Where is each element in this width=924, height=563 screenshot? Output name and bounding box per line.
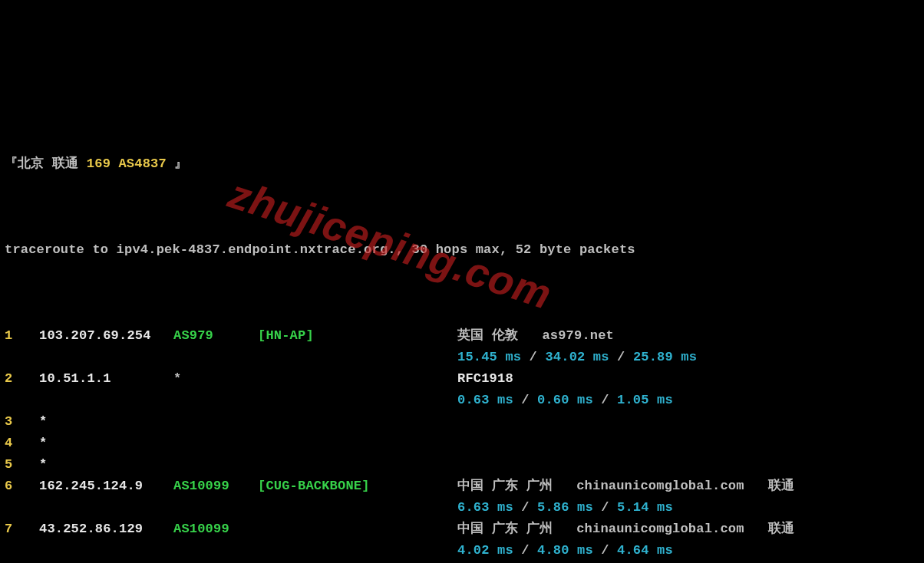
hop-network <box>258 519 457 540</box>
hop-location: 英国 伦敦 as979.net <box>457 325 919 347</box>
hop-ip: 103.207.69.254 <box>39 325 173 347</box>
hop-latency: 0.63 ms / 0.60 ms / 1.05 ms <box>5 390 919 411</box>
bracket-open: 『 <box>5 156 18 171</box>
latency-value: 5.14 ms <box>617 500 673 515</box>
hop-number: 1 <box>5 325 39 347</box>
hop-ip: * <box>39 411 173 433</box>
hop-asn <box>173 433 258 454</box>
latency-separator: / <box>609 350 633 364</box>
terminal-output: zhujiceping.com 『北京 联通 169 AS4837 』 trac… <box>0 64 924 563</box>
hop-latency: 6.63 ms / 5.86 ms / 5.14 ms <box>5 497 919 519</box>
latency-value: 6.63 ms <box>457 500 513 515</box>
hop-row: 210.51.1.1*RFC1918 <box>5 368 919 390</box>
latency-value: 0.63 ms <box>457 393 513 407</box>
header-code: 169 <box>87 156 111 171</box>
hop-row: 3* <box>5 411 919 433</box>
hop-number: 7 <box>5 519 39 540</box>
latency-separator: / <box>593 543 617 558</box>
latency-value: 4.80 ms <box>537 543 593 558</box>
latency-separator: / <box>513 500 537 515</box>
hop-latency: 15.45 ms / 34.02 ms / 25.89 ms <box>5 347 919 368</box>
hop-row: 6162.245.124.9AS10099[CUG-BACKBONE]中国 广东… <box>5 476 919 497</box>
hop-location <box>457 411 919 433</box>
latency-separator: / <box>513 543 537 558</box>
hop-ip: 162.245.124.9 <box>39 476 173 497</box>
latency-value: 34.02 ms <box>545 350 609 364</box>
hop-network <box>258 454 457 476</box>
hop-row: 5* <box>5 454 919 476</box>
latency-separator: / <box>513 393 537 407</box>
header-isp: 联通 <box>52 156 78 171</box>
hop-row: 1103.207.69.254AS979[HN-AP]英国 伦敦 as979.n… <box>5 325 919 347</box>
hop-number: 6 <box>5 476 39 497</box>
latency-value: 4.64 ms <box>617 543 673 558</box>
latency-value: 15.45 ms <box>457 350 521 364</box>
hop-network: [CUG-BACKBONE] <box>258 476 457 497</box>
hop-asn: AS979 <box>173 325 258 347</box>
hop-asn: AS10099 <box>173 476 258 497</box>
hop-location: 中国 广东 广州 chinaunicomglobal.com 联通 <box>457 476 919 497</box>
hop-asn <box>173 454 258 476</box>
hop-network <box>258 433 457 454</box>
traceroute-command: traceroute to ipv4.pek-4837.endpoint.nxt… <box>5 239 919 261</box>
hop-ip: * <box>39 433 173 454</box>
route-header: 『北京 联通 169 AS4837 』 <box>5 153 919 175</box>
header-asn: AS4837 <box>118 156 166 171</box>
latency-value: 4.02 ms <box>457 543 513 558</box>
hop-asn: AS10099 <box>173 519 258 540</box>
hop-number: 2 <box>5 368 39 390</box>
latency-value: 25.89 ms <box>633 350 697 364</box>
header-city: 北京 <box>18 156 44 171</box>
hop-network <box>258 411 457 433</box>
latency-value: 1.05 ms <box>617 393 673 407</box>
latency-value: 0.60 ms <box>537 393 593 407</box>
hop-network: [HN-AP] <box>258 325 457 347</box>
bracket-close: 』 <box>174 156 187 171</box>
hop-asn <box>173 411 258 433</box>
hop-number: 4 <box>5 433 39 454</box>
hop-row: 4* <box>5 433 919 454</box>
hop-number: 3 <box>5 411 39 433</box>
hop-location <box>457 454 919 476</box>
hop-number: 5 <box>5 454 39 476</box>
latency-separator: / <box>521 350 545 364</box>
hop-list: 1103.207.69.254AS979[HN-AP]英国 伦敦 as979.n… <box>5 325 919 563</box>
hop-location <box>457 433 919 454</box>
latency-value: 5.86 ms <box>537 500 593 515</box>
hop-latency: 4.02 ms / 4.80 ms / 4.64 ms <box>5 540 919 561</box>
hop-ip: 10.51.1.1 <box>39 368 173 390</box>
hop-location: 中国 广东 广州 chinaunicomglobal.com 联通 <box>457 519 919 540</box>
latency-separator: / <box>593 393 617 407</box>
hop-location: RFC1918 <box>457 368 919 390</box>
hop-row: 743.252.86.129AS10099中国 广东 广州 chinaunico… <box>5 519 919 540</box>
hop-ip: * <box>39 454 173 476</box>
hop-ip: 43.252.86.129 <box>39 519 173 540</box>
hop-network <box>258 368 457 390</box>
hop-asn: * <box>173 368 258 390</box>
latency-separator: / <box>593 500 617 515</box>
